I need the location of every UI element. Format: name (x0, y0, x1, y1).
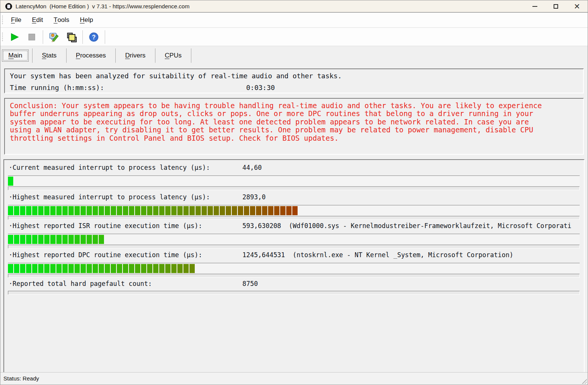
bar-segment (62, 235, 68, 244)
tab-separator (32, 48, 33, 63)
app-icon (5, 3, 12, 10)
toolbar-separator (82, 30, 83, 44)
tab-drivers[interactable]: Drivers (119, 50, 152, 61)
menu-edit[interactable]: Edit (26, 13, 48, 27)
bar-segment (147, 206, 152, 215)
bar-segment (62, 264, 68, 273)
bar-segment (87, 235, 92, 244)
bar-segment (105, 264, 110, 273)
bar-segment (256, 206, 261, 215)
bar-segment (20, 264, 25, 273)
maximize-icon (554, 4, 558, 9)
window-title: LatencyMon (Home Edition ) v 7.31 - http… (16, 3, 189, 9)
bar-segment (153, 206, 158, 215)
bar-segment (129, 206, 134, 215)
bar-segment (117, 264, 122, 273)
maximize-button[interactable] (545, 0, 566, 12)
bar-segment (274, 206, 279, 215)
bar-segment (74, 264, 80, 273)
bar-segment (189, 264, 195, 273)
bar-segment (147, 264, 152, 273)
bar-segment (8, 264, 13, 273)
secondary-bar (8, 291, 580, 295)
bar-segment (81, 264, 86, 273)
menubar-grip-handle[interactable] (2, 15, 3, 25)
bar-segment (20, 206, 25, 215)
bar-segment (141, 206, 146, 215)
resize-grip-handle[interactable] (581, 378, 587, 384)
time-running-value: 0:03:30 (246, 84, 275, 92)
bar-segment (93, 206, 98, 215)
secondary-bar (8, 186, 580, 190)
svg-text:?: ? (92, 34, 96, 40)
tab-separator (115, 48, 116, 63)
bar-segment (232, 206, 237, 215)
play-icon (9, 32, 20, 42)
bar-segment (214, 206, 219, 215)
tab-cpus[interactable]: CPUs (159, 50, 188, 61)
bar-segment (111, 206, 116, 215)
toolbar-grip-handle[interactable] (2, 32, 3, 42)
toolbar-separator (105, 30, 105, 44)
metric-label: ·Highest reported ISR routine execution … (9, 222, 202, 230)
bar-segment (50, 264, 56, 273)
help-button[interactable]: ? (85, 29, 102, 45)
latencymon-window: LatencyMon (Home Edition ) v 7.31 - http… (0, 0, 588, 385)
bar-segment (141, 264, 146, 273)
secondary-bar (8, 216, 580, 220)
bar-segment (26, 264, 31, 273)
bar-segment (177, 206, 183, 215)
copy-report-button[interactable] (63, 29, 80, 45)
tab-main[interactable]: Main (2, 50, 29, 62)
bar-segment (135, 206, 140, 215)
toolbar-buttons: ? (6, 28, 107, 46)
start-monitor-button[interactable] (6, 29, 23, 45)
menu-file[interactable]: File (6, 13, 26, 27)
monitor-edit-icon (49, 32, 59, 42)
bar-segment (8, 206, 13, 215)
bar-segment (159, 264, 164, 273)
bar-segment (26, 206, 31, 215)
bar-segment (220, 206, 225, 215)
menubar-items: FileEditToolsHelp (6, 13, 98, 27)
menu-tools[interactable]: Tools (48, 13, 75, 27)
bar-segment (44, 264, 50, 273)
bar-segment (105, 206, 110, 215)
menu-help[interactable]: Help (74, 13, 98, 27)
stop-monitor-button[interactable] (23, 29, 40, 45)
metric-value: 44,60 (242, 164, 262, 171)
bar-segment (226, 206, 231, 215)
bar-segment (87, 264, 92, 273)
bar-segment (250, 206, 255, 215)
bar-segment (74, 235, 80, 244)
toolbar: ? (0, 28, 588, 46)
bar-segment (38, 264, 43, 273)
analysis-panel: Your system has been analyzed for suitab… (4, 68, 584, 93)
bar-segment (44, 206, 50, 215)
tab-processes[interactable]: Processes (70, 50, 112, 61)
bar-segment (14, 235, 19, 244)
latency-bar (8, 234, 580, 244)
titlebar[interactable]: LatencyMon (Home Edition ) v 7.31 - http… (0, 0, 588, 12)
bar-segment (183, 206, 189, 215)
minimize-button[interactable] (524, 0, 545, 12)
bar-segment (32, 264, 37, 273)
tab-separator (191, 48, 191, 63)
bar-segment (44, 235, 50, 244)
conclusion-panel: Conclusion: Your system appears to be ha… (4, 98, 584, 155)
latency-bar (8, 175, 580, 186)
bar-segment (93, 264, 98, 273)
minimize-icon (532, 6, 537, 7)
metric-label: ·Reported total hard pagefault count: (9, 280, 152, 287)
bar-segment (244, 206, 249, 215)
close-button[interactable]: ✕ (566, 0, 588, 12)
bar-segment (81, 235, 86, 244)
tab-stats[interactable]: Stats (36, 50, 63, 61)
tab-bar: MainStatsProcessesDriversCPUs (0, 47, 588, 65)
bar-segment (14, 264, 19, 273)
bar-segment (93, 235, 98, 244)
options-button[interactable] (45, 29, 63, 45)
metric-value: 593,630208 (Wdf01000.sys - Kernelmodustr… (242, 222, 571, 230)
toolbar-separator (43, 30, 43, 44)
bar-segment (32, 235, 37, 244)
